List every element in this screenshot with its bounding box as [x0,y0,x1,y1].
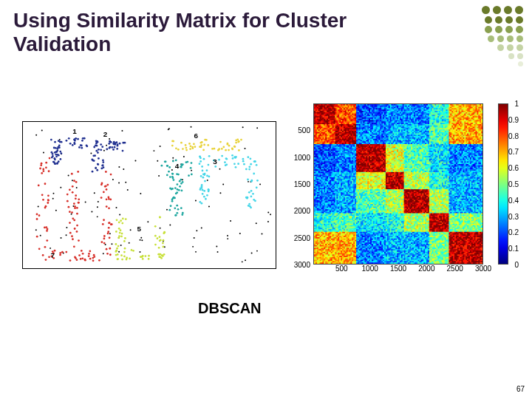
svg-point-615 [45,259,47,261]
svg-point-605 [44,183,47,185]
svg-point-89 [227,235,228,236]
svg-point-308 [191,174,193,176]
svg-point-13 [217,251,219,253]
svg-point-261 [199,163,201,165]
svg-point-44 [267,211,269,213]
svg-point-296 [253,173,255,175]
svg-point-208 [100,149,102,151]
svg-point-541 [42,199,44,201]
svg-point-104 [118,251,120,253]
svg-point-212 [96,141,98,143]
svg-point-429 [158,256,160,258]
svg-point-591 [109,236,111,239]
svg-point-88 [194,237,195,239]
svg-point-101 [183,156,185,157]
svg-point-153 [59,158,61,160]
svg-point-508 [42,254,44,256]
svg-point-32 [134,160,136,161]
svg-point-364 [180,163,183,166]
svg-point-56 [166,209,168,211]
svg-point-171 [102,160,104,162]
svg-point-179 [116,148,118,150]
svg-point-284 [248,168,250,171]
svg-point-225 [248,166,250,168]
svg-point-211 [94,154,96,157]
svg-point-285 [256,180,259,182]
svg-point-87 [118,183,120,184]
svg-point-349 [173,179,175,181]
svg-point-515 [82,253,84,255]
svg-point-41 [219,168,221,170]
svg-point-494 [66,200,69,202]
svg-point-220 [112,143,115,145]
svg-point-192 [95,167,97,169]
svg-point-258 [248,191,250,194]
svg-point-543 [59,254,61,256]
svg-point-403 [126,259,128,261]
svg-point-274 [201,185,203,188]
svg-point-302 [250,180,253,183]
svg-point-36 [118,166,120,168]
svg-point-70 [191,170,192,171]
svg-point-154 [52,155,54,157]
svg-point-588 [89,250,91,253]
slide: Using Similarity Matrix for Cluster Vali… [0,0,532,399]
svg-point-388 [121,233,123,235]
svg-point-524 [69,211,71,213]
svg-point-578 [48,170,50,172]
svg-point-473 [201,141,203,143]
svg-point-269 [224,161,226,163]
svg-point-448 [185,144,187,146]
svg-point-276 [208,188,210,191]
svg-point-155 [54,141,56,143]
svg-point-609 [78,254,81,256]
svg-point-197 [96,169,98,171]
svg-point-548 [45,166,47,168]
svg-point-279 [208,155,211,157]
svg-point-295 [200,187,202,189]
svg-point-158 [55,151,58,153]
svg-point-398 [116,219,118,221]
svg-point-581 [68,206,70,208]
svg-point-378 [162,242,164,245]
svg-point-120 [81,147,83,149]
svg-point-352 [176,205,178,207]
svg-point-565 [74,228,76,230]
svg-point-253 [208,176,211,178]
svg-point-164 [86,146,88,148]
svg-point-531 [103,235,106,237]
svg-point-62 [106,145,107,146]
svg-point-346 [181,214,183,216]
svg-point-475 [217,149,219,151]
svg-point-399 [131,249,133,251]
svg-point-420 [119,232,121,234]
svg-point-45 [41,129,43,131]
svg-point-380 [117,245,120,248]
svg-point-510 [75,194,77,197]
svg-point-424 [129,258,131,260]
svg-point-533 [73,180,75,182]
svg-point-404 [159,236,161,238]
svg-point-272 [202,170,204,172]
svg-point-590 [105,185,107,187]
svg-point-601 [93,256,95,258]
svg-point-539 [88,253,90,255]
svg-point-506 [39,168,41,170]
svg-point-608 [78,202,80,204]
svg-point-144 [57,146,59,149]
svg-point-129 [74,143,76,145]
svg-point-386 [120,229,122,231]
svg-point-47 [139,251,140,253]
svg-point-107 [105,244,106,245]
svg-point-152 [54,163,56,165]
svg-point-234 [205,198,207,200]
svg-point-521 [36,214,38,216]
svg-point-551 [65,251,67,253]
svg-point-4 [35,229,37,231]
svg-point-73 [153,150,154,151]
svg-point-573 [38,214,41,216]
svg-point-481 [200,144,202,146]
svg-point-18 [71,214,72,215]
svg-point-74 [125,182,126,183]
svg-point-361 [173,197,175,199]
